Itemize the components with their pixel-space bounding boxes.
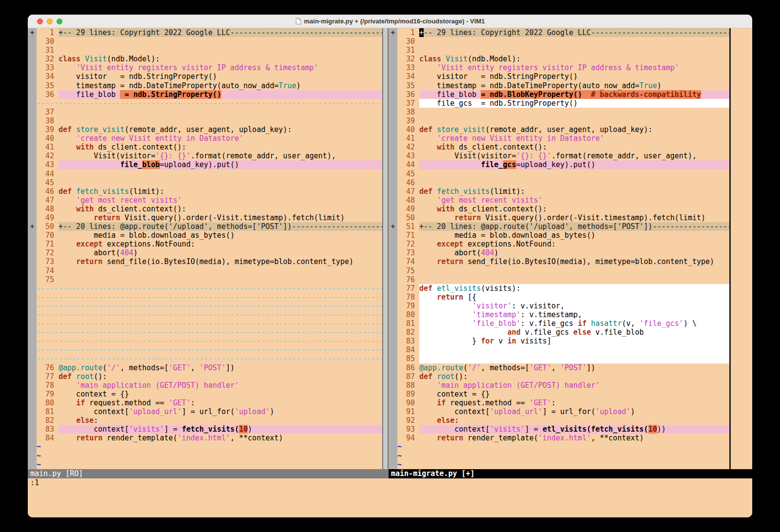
code-line[interactable]: 45 — [389, 170, 729, 178]
code-line[interactable]: 44 — [28, 170, 382, 178]
code-line[interactable]: 31 — [28, 46, 382, 55]
line-text — [58, 266, 382, 275]
code-line[interactable]: 35 timestamp = ndb.DateTimeProperty(auto… — [389, 81, 729, 90]
fold-line[interactable]: +1+-- 29 lines: Copyright 2022 Google LL… — [28, 28, 382, 37]
code-line[interactable]: 89 context = {} — [389, 390, 729, 399]
code-line[interactable]: 33 'Visit entity registers visitor IP ad… — [389, 63, 729, 72]
code-line[interactable]: 48 with ds_client.context(): — [28, 205, 382, 213]
zoom-button[interactable] — [57, 19, 62, 24]
code-line[interactable]: 74 — [28, 266, 382, 275]
code-line[interactable]: 87def root(): — [389, 372, 729, 381]
code-line[interactable]: 40 'create new Visit entity in Datastore… — [28, 134, 382, 143]
code-line[interactable]: 30 — [28, 37, 382, 46]
code-line[interactable]: 81 'file_blob': v.file_gcs if hasattr(v,… — [389, 319, 729, 328]
code-line[interactable]: 43 Visit(visitor='{}: {}'.format(remote_… — [389, 152, 729, 160]
code-line[interactable]: 35 timestamp = ndb.DateTimeProperty(auto… — [28, 81, 382, 90]
fold-line[interactable]: +1+-- 29 lines: Copyright 2022 Google LL… — [389, 28, 729, 37]
code-line[interactable]: 84 — [389, 345, 729, 354]
code-line[interactable]: 81 context['upload_url'] = url_for('uplo… — [28, 407, 382, 416]
code-line[interactable]: 72 abort(404) — [28, 248, 382, 257]
code-line[interactable]: 72 except exceptions.NotFound: — [389, 240, 729, 248]
code-line[interactable]: 92 else: — [389, 416, 729, 425]
code-line[interactable]: 50 return Visit.query().order(-Visit.tim… — [389, 213, 729, 222]
code-line[interactable]: 88 'main application (GET/POST) handler' — [389, 381, 729, 390]
code-line[interactable]: 71 except exceptions.NotFound: — [28, 240, 382, 248]
code-line[interactable]: 78 return [{ — [389, 293, 729, 302]
code-line[interactable]: 36 file_blob = ndb.StringProperty() — [28, 90, 382, 99]
fold-marker[interactable]: + — [389, 222, 397, 231]
fold-line[interactable]: +50+-- 20 lines: @app.route('/upload', m… — [28, 222, 382, 231]
code-line[interactable]: 45 — [28, 178, 382, 187]
command-line[interactable]: :1 — [28, 478, 752, 488]
code-line[interactable]: 70 media = blob.download_as_bytes() — [28, 231, 382, 240]
code-line[interactable]: 41 'create new Visit entity in Datastore… — [389, 134, 729, 143]
fold-marker[interactable]: + — [389, 28, 397, 37]
code-line[interactable]: 42 Visit(visitor='{}: {}'.format(remote_… — [28, 152, 382, 160]
code-line[interactable]: 34 visitor = ndb.StringProperty() — [389, 72, 729, 81]
code-line[interactable]: 82 else: — [28, 416, 382, 425]
code-line[interactable]: 77def etl_visits(visits): — [389, 284, 729, 293]
window-titlebar[interactable]: main-migrate.py + (/private/tmp/mod16-cl… — [28, 15, 752, 28]
close-button[interactable] — [37, 19, 43, 24]
code-line[interactable]: 80 'timestamp': v.timestamp, — [389, 310, 729, 319]
code-line[interactable]: 47def fetch_visits(limit): — [389, 187, 729, 196]
code-line[interactable]: 40def store_visit(remote_addr, user_agen… — [389, 125, 729, 134]
code-line[interactable]: 79 'visitor': v.visitor, — [389, 302, 729, 310]
code-line[interactable]: 49 return Visit.query().order(-Visit.tim… — [28, 213, 382, 222]
code-line[interactable]: 44 file_gcs=upload_key).put() — [389, 160, 729, 169]
code-line[interactable]: 84 return render_template('index.html', … — [28, 434, 382, 442]
code-line[interactable]: 43 file_blob=upload_key).put() — [28, 160, 382, 169]
code-line[interactable]: 37 file_gcs = ndb.StringProperty() — [389, 99, 729, 108]
code-line[interactable]: 82 and v.file_gcs else v.file_blob — [389, 328, 729, 337]
code-line[interactable]: 93 context['visits'] = etl_visits(fetch_… — [389, 425, 729, 434]
pane-divider[interactable] — [382, 28, 389, 469]
code-line[interactable]: 39 — [389, 116, 729, 125]
minimize-button[interactable] — [47, 19, 53, 24]
code-line[interactable]: 33 'Visit entity registers visitor IP ad… — [28, 63, 382, 72]
code-line[interactable]: 74 return send_file(io.BytesIO(media), m… — [389, 257, 729, 266]
code-line[interactable]: 71 media = blob.download_as_bytes() — [389, 231, 729, 240]
code-line[interactable]: 46 — [389, 178, 729, 187]
code-line[interactable]: 85 — [389, 354, 729, 363]
fold-marker[interactable]: + — [28, 222, 37, 231]
code-line[interactable]: 90 if request.method == 'GET': — [389, 399, 729, 407]
code-line[interactable]: 75 — [28, 275, 382, 284]
code-line[interactable]: 76@app.route('/', methods=['GET', 'POST'… — [28, 363, 382, 372]
code-line[interactable]: 42 with ds_client.context(): — [389, 143, 729, 152]
fold-marker[interactable]: + — [28, 28, 37, 37]
code-line[interactable]: 79 context = {} — [28, 390, 382, 399]
code-line[interactable]: 46def fetch_visits(limit): — [28, 187, 382, 196]
code-line[interactable]: 38 — [28, 116, 382, 125]
code-line[interactable]: 73 return send_file(io.BytesIO(media), m… — [28, 257, 382, 266]
code-line[interactable]: 31 — [389, 46, 729, 55]
code-line[interactable]: 80 if request.method == 'GET': — [28, 399, 382, 407]
code-line[interactable]: 83 context['visits'] = fetch_visits(10) — [28, 425, 382, 434]
code-line[interactable]: 77def root(): — [28, 372, 382, 381]
syntax-token: render_template( — [102, 434, 177, 442]
code-line[interactable]: 41 with ds_client.context(): — [28, 143, 382, 152]
cursor: + — [419, 28, 424, 37]
code-line[interactable]: 73 abort(404) — [389, 248, 729, 257]
code-line[interactable]: 91 context['upload_url'] = url_for('uplo… — [389, 407, 729, 416]
code-line[interactable]: 48 'get most recent visits' — [389, 196, 729, 205]
fold-line[interactable]: +51+-- 20 lines: @app.route('/upload', m… — [389, 222, 729, 231]
code-line[interactable]: 38 — [389, 108, 729, 116]
syntax-token: fetch_visits — [76, 187, 129, 196]
code-line[interactable]: 75 — [389, 266, 729, 275]
code-line[interactable]: 36 file_blob = ndb.BlobKeyProperty() # b… — [389, 90, 729, 99]
code-line[interactable]: 32class Visit(ndb.Model): — [28, 55, 382, 63]
code-line[interactable]: 83 } for v in visits] — [389, 337, 729, 345]
line-text — [58, 37, 382, 46]
code-line[interactable]: 39def store_visit(remote_addr, user_agen… — [28, 125, 382, 134]
line-text — [419, 37, 729, 46]
code-line[interactable]: 37 — [28, 108, 382, 116]
code-line[interactable]: 49 with ds_client.context(): — [389, 205, 729, 213]
code-line[interactable]: 30 — [389, 37, 729, 46]
code-line[interactable]: 78 'main application (GET/POST) handler' — [28, 381, 382, 390]
code-line[interactable]: 47 'get most recent visits' — [28, 196, 382, 205]
code-line[interactable]: 94 return render_template('index.html', … — [389, 434, 729, 442]
code-line[interactable]: 34 visitor = ndb.StringProperty() — [28, 72, 382, 81]
code-line[interactable]: 76 — [389, 275, 729, 284]
code-line[interactable]: 86@app.route('/', methods=['GET', 'POST'… — [389, 363, 729, 372]
code-line[interactable]: 32class Visit(ndb.Model): — [389, 55, 729, 63]
